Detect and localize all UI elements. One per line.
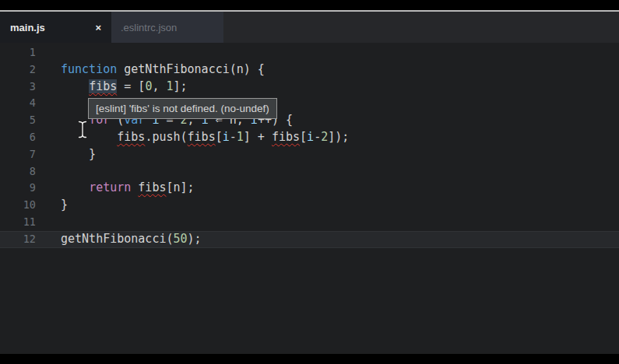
lint-error-tooltip: [eslint] 'fibs' is not defined. (no-unde… bbox=[88, 98, 277, 119]
code-token bbox=[131, 180, 138, 194]
code-token: fibs bbox=[272, 130, 300, 144]
line-number: 9 bbox=[0, 180, 36, 197]
code-text: getNthFibonacci(50); bbox=[61, 231, 202, 248]
code-lines: 12function getNthFibonacci(n) {3 fibs = … bbox=[0, 44, 619, 248]
editor-window: main.js × .eslintrc.json 12function getN… bbox=[0, 0, 619, 364]
tab-main-js[interactable]: main.js × bbox=[0, 12, 111, 43]
code-token: } bbox=[61, 147, 96, 161]
code-token bbox=[61, 79, 89, 93]
line-number: 2 bbox=[0, 61, 36, 79]
line-number: 7 bbox=[0, 146, 36, 163]
code-token bbox=[61, 130, 117, 144]
tab-label: .eslintrc.json bbox=[121, 22, 177, 33]
code-token: ); bbox=[188, 232, 202, 246]
code-token: getNthFibonacci( bbox=[61, 232, 174, 246]
code-editor[interactable]: 12function getNthFibonacci(n) {3 fibs = … bbox=[0, 43, 619, 354]
line-number: 3 bbox=[0, 79, 36, 96]
code-token bbox=[61, 180, 89, 194]
code-line[interactable]: 12getNthFibonacci(50); bbox=[0, 231, 619, 248]
code-token: i bbox=[223, 130, 230, 144]
code-text: fibs.push(fibs[i-1] + fibs[i-2]); bbox=[61, 129, 349, 146]
code-token: i bbox=[307, 130, 314, 144]
code-token: ]); bbox=[328, 130, 349, 144]
line-number: 8 bbox=[0, 163, 36, 180]
code-token: [n]; bbox=[166, 180, 194, 194]
ibeam-cursor bbox=[77, 120, 88, 142]
code-line[interactable]: 3 fibs = [0, 1]; bbox=[0, 79, 619, 96]
code-line[interactable]: 11 bbox=[0, 214, 619, 231]
code-text: function getNthFibonacci(n) { bbox=[61, 61, 265, 79]
line-number: 1 bbox=[0, 44, 36, 61]
code-token: ]; bbox=[174, 79, 188, 93]
close-icon[interactable]: × bbox=[95, 23, 101, 33]
code-token: , bbox=[152, 79, 166, 93]
code-token: (n) { bbox=[230, 62, 265, 76]
line-number: 12 bbox=[0, 231, 36, 248]
code-token: 50 bbox=[174, 232, 188, 246]
title-bar bbox=[0, 0, 619, 10]
code-line[interactable]: 7 } bbox=[0, 146, 619, 163]
code-token: [ bbox=[300, 130, 307, 144]
line-number: 6 bbox=[0, 129, 36, 146]
code-line[interactable]: 1 bbox=[0, 44, 619, 61]
code-token: fibs bbox=[188, 130, 216, 144]
tab-eslintrc-json[interactable]: .eslintrc.json bbox=[111, 12, 223, 43]
line-number: 4 bbox=[0, 95, 36, 112]
code-token: fibs bbox=[89, 79, 117, 93]
code-token: .push( bbox=[145, 130, 187, 144]
code-token: function bbox=[61, 62, 124, 76]
code-text: return fibs[n]; bbox=[61, 180, 195, 197]
code-token: } bbox=[61, 198, 68, 212]
lint-error-text: [eslint] 'fibs' is not defined. (no-unde… bbox=[96, 103, 269, 114]
code-token: - bbox=[314, 130, 321, 144]
code-token: = [ bbox=[117, 79, 145, 93]
bottom-bar bbox=[0, 354, 619, 364]
code-token: getNthFibonacci bbox=[124, 62, 229, 76]
code-token: 1 bbox=[166, 79, 173, 93]
line-number: 5 bbox=[0, 112, 36, 129]
code-line[interactable]: 9 return fibs[n]; bbox=[0, 180, 619, 197]
line-number: 11 bbox=[0, 214, 36, 231]
code-line[interactable]: 8 bbox=[0, 163, 619, 180]
code-text: } bbox=[61, 146, 96, 163]
code-line[interactable]: 10} bbox=[0, 197, 619, 214]
code-token: ] + bbox=[244, 130, 272, 144]
code-token: 1 bbox=[237, 130, 244, 144]
code-token: fibs bbox=[117, 130, 145, 144]
tab-label: main.js bbox=[10, 22, 45, 33]
code-token: [ bbox=[216, 130, 223, 144]
code-token: return bbox=[89, 180, 131, 194]
code-text: } bbox=[61, 197, 68, 214]
code-token: fibs bbox=[138, 180, 166, 194]
line-number: 10 bbox=[0, 197, 36, 214]
code-text: fibs = [0, 1]; bbox=[61, 79, 188, 96]
code-token: - bbox=[230, 130, 237, 144]
code-line[interactable]: 2function getNthFibonacci(n) { bbox=[0, 61, 619, 79]
code-line[interactable]: 6 fibs.push(fibs[i-1] + fibs[i-2]); bbox=[0, 129, 619, 146]
code-token: 2 bbox=[321, 130, 328, 144]
tab-bar: main.js × .eslintrc.json bbox=[0, 12, 619, 43]
